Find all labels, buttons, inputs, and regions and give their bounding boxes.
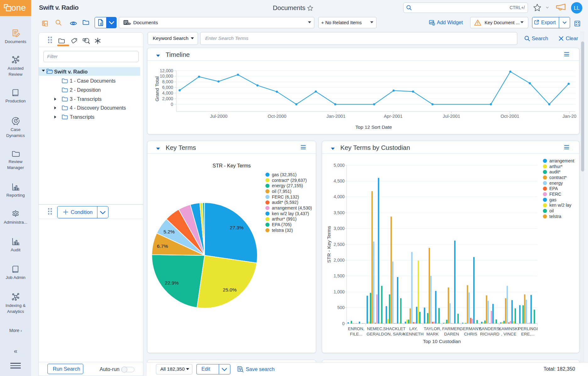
svg-text:KAMINSKI: KAMINSKI — [499, 326, 519, 331]
svg-text:telstra (32): telstra (32) — [272, 228, 293, 233]
svg-text:NEMEC,: NEMEC, — [367, 326, 384, 331]
svg-text:Jan-20: Jan-20 — [563, 114, 576, 119]
svg-text:1,500: 1,500 — [333, 273, 344, 278]
svg-text:arrangement: arrangement — [549, 158, 574, 163]
svg-text:Apr-2001: Apr-2001 — [384, 114, 403, 119]
svg-text:ken w/2 lay: ken w/2 lay — [549, 203, 571, 208]
svg-text:0: 0 — [342, 321, 345, 326]
svg-text:12,000: 12,000 — [160, 68, 173, 73]
svg-text:Grand Total: Grand Total — [154, 76, 160, 101]
svg-text:SHACKLET: SHACKLET — [383, 326, 405, 331]
svg-text:ON, SARA: ON, SARA — [384, 332, 405, 336]
svg-text:KENNETH: KENNETH — [403, 332, 424, 336]
svg-text:Oct-2000: Oct-2000 — [268, 114, 287, 119]
svg-text:SANDERS,: SANDERS, — [479, 326, 501, 331]
svg-text:one: one — [11, 3, 26, 13]
svg-text:EPA (705): EPA (705) — [272, 222, 292, 227]
svg-text:Top 10 Custodian: Top 10 Custodian — [423, 339, 461, 344]
svg-text:4,000: 4,000 — [162, 90, 173, 95]
svg-text:Top 12 Sort Date: Top 12 Sort Date — [355, 124, 392, 130]
svg-text:gas (32,351): gas (32,351) — [272, 172, 297, 177]
svg-text:Jul-2001: Jul-2001 — [443, 114, 460, 119]
svg-text:ERE,...: ERE,... — [521, 332, 535, 336]
svg-text:energy (27,155): energy (27,155) — [272, 183, 303, 188]
svg-text:MARK: MARK — [426, 332, 439, 336]
svg-text:arrangement (4,530): arrangement (4,530) — [272, 205, 312, 210]
svg-text:10,000: 10,000 — [160, 74, 173, 79]
svg-text:5,000: 5,000 — [333, 163, 344, 168]
svg-text:STR - Key Terms: STR - Key Terms — [326, 226, 332, 263]
svg-text:contract* (29,637): contract* (29,637) — [272, 178, 307, 183]
svg-text:Oct-2001: Oct-2001 — [501, 114, 519, 119]
svg-text:GERMANY,: GERMANY, — [459, 326, 481, 331]
svg-text:5.2%: 5.2% — [163, 229, 175, 234]
svg-text:, VINCE: , VINCE — [501, 332, 517, 336]
svg-text:27.3%: 27.3% — [230, 225, 244, 230]
svg-text:contract*: contract* — [549, 175, 567, 180]
svg-text:oil (7,951): oil (7,951) — [272, 189, 291, 194]
svg-text:PERLINGI: PERLINGI — [518, 326, 538, 331]
svg-text:3,000: 3,000 — [333, 226, 344, 231]
svg-text:6,000: 6,000 — [162, 85, 173, 90]
svg-text:DAREN: DAREN — [444, 332, 459, 336]
svg-text:1,000: 1,000 — [333, 289, 344, 294]
svg-text:FERC: FERC — [549, 192, 561, 197]
svg-text:gas: gas — [549, 197, 557, 202]
svg-text:STR - Key Terms: STR - Key Terms — [212, 163, 251, 168]
svg-text:2,000: 2,000 — [162, 96, 173, 101]
svg-text:telstra: telstra — [549, 214, 561, 219]
svg-text:3,500: 3,500 — [333, 210, 344, 215]
svg-text:ken w/2 lay (3,437): ken w/2 lay (3,437) — [272, 211, 309, 216]
svg-text:arthur*: arthur* — [549, 164, 563, 169]
svg-text:TAYLOR,: TAYLOR, — [424, 326, 441, 331]
svg-text:RICHARD: RICHARD — [480, 332, 499, 336]
svg-text:4,500: 4,500 — [333, 178, 344, 183]
svg-text:oil: oil — [549, 208, 554, 213]
svg-text:2,500: 2,500 — [333, 242, 344, 247]
svg-text:500: 500 — [337, 305, 345, 310]
svg-text:arthur* (991): arthur* (991) — [272, 216, 297, 221]
svg-text:EPA: EPA — [549, 186, 558, 191]
svg-text:audit*: audit* — [549, 169, 561, 174]
svg-text:GERALD: GERALD — [366, 332, 384, 336]
svg-text:energy: energy — [549, 181, 563, 186]
svg-text:FILE...: FILE... — [350, 332, 362, 336]
svg-text:FARMER,: FARMER, — [442, 326, 461, 331]
svg-text:Jul-2000: Jul-2000 — [210, 114, 228, 119]
svg-text:2,000: 2,000 — [333, 258, 344, 263]
svg-text:CHRIS: CHRIS — [464, 332, 477, 336]
svg-text:25.0%: 25.0% — [223, 287, 237, 292]
svg-text:8,000: 8,000 — [162, 79, 173, 84]
svg-text:6.7%: 6.7% — [157, 243, 168, 249]
svg-text:4,000: 4,000 — [333, 194, 344, 199]
svg-text:Jan-2001: Jan-2001 — [327, 114, 345, 119]
svg-text:ENRON,: ENRON, — [348, 326, 365, 331]
svg-text:22.9%: 22.9% — [165, 280, 179, 286]
svg-text:FERC (6,132): FERC (6,132) — [272, 194, 299, 199]
svg-text:0: 0 — [171, 102, 173, 107]
svg-text:LAY,: LAY, — [409, 326, 418, 331]
svg-text:audit* (5,592): audit* (5,592) — [272, 200, 298, 205]
